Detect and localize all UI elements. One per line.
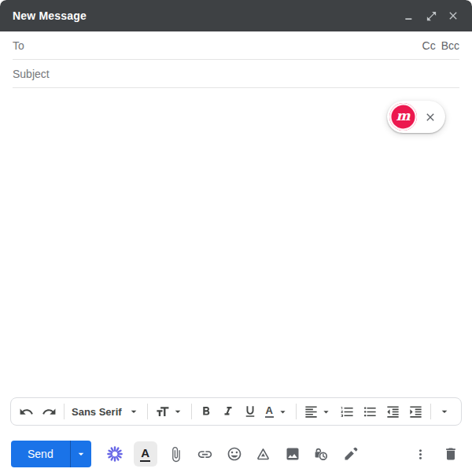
pen-icon bbox=[343, 446, 359, 462]
numbered-list-icon bbox=[340, 404, 355, 419]
toolbar-separator bbox=[147, 404, 148, 419]
minimize-icon bbox=[403, 9, 415, 22]
confidential-lock-clock-icon bbox=[313, 446, 330, 463]
text-size-icon bbox=[155, 404, 170, 419]
align-button[interactable] bbox=[300, 400, 336, 422]
link-icon bbox=[197, 446, 213, 463]
font-family-label: Sans Serif bbox=[72, 406, 122, 418]
align-left-icon bbox=[304, 404, 319, 419]
compose-window: New Message To Cc Bcc Subject m bbox=[0, 0, 472, 476]
close-icon bbox=[447, 9, 459, 22]
chevron-down-icon bbox=[127, 405, 140, 418]
ai-sparkle-button[interactable] bbox=[105, 444, 125, 464]
redo-icon bbox=[42, 404, 57, 419]
window-title: New Message bbox=[13, 9, 398, 22]
text-color-button[interactable]: A bbox=[261, 400, 293, 422]
message-body[interactable]: m bbox=[0, 88, 472, 397]
chevron-down-icon bbox=[320, 406, 332, 418]
drive-icon bbox=[255, 446, 271, 463]
chip-close-button[interactable] bbox=[424, 111, 437, 124]
chevron-down-icon bbox=[277, 406, 289, 418]
indent-icon bbox=[408, 404, 423, 419]
expand-button[interactable] bbox=[420, 5, 442, 27]
insert-photo-button[interactable] bbox=[282, 444, 303, 464]
formatting-options-toggle[interactable]: A bbox=[134, 441, 157, 467]
discard-draft-button[interactable] bbox=[441, 444, 461, 464]
italic-button[interactable] bbox=[217, 400, 239, 422]
extension-logo[interactable]: m bbox=[389, 103, 417, 131]
redo-button[interactable] bbox=[38, 400, 61, 422]
subject-label: Subject bbox=[13, 68, 50, 80]
bulleted-list-button[interactable] bbox=[359, 400, 382, 422]
toolbar-separator bbox=[430, 404, 431, 419]
undo-icon bbox=[19, 404, 34, 419]
attach-file-button[interactable] bbox=[166, 444, 186, 464]
bcc-button[interactable]: Bcc bbox=[441, 39, 459, 52]
close-icon bbox=[424, 111, 437, 124]
insert-link-button[interactable] bbox=[195, 444, 216, 464]
to-label: To bbox=[13, 39, 24, 52]
expand-icon bbox=[426, 10, 437, 22]
underline-icon bbox=[243, 404, 257, 419]
outdent-button[interactable] bbox=[382, 400, 404, 422]
toolbar-separator bbox=[64, 404, 65, 419]
formatting-options-icon: A bbox=[140, 447, 150, 462]
bottom-bar: Send bbox=[0, 426, 472, 476]
outdent-icon bbox=[385, 404, 400, 419]
chevron-down-icon bbox=[75, 448, 87, 460]
bottom-right-group bbox=[410, 444, 461, 464]
minimize-button[interactable] bbox=[398, 5, 420, 27]
titlebar[interactable]: New Message bbox=[0, 0, 472, 31]
emoji-icon bbox=[227, 446, 242, 462]
signature-pen-button[interactable] bbox=[341, 444, 361, 464]
text-color-icon: A bbox=[265, 405, 274, 418]
confidential-mode-button[interactable] bbox=[312, 444, 332, 464]
image-icon bbox=[285, 446, 301, 462]
bulleted-list-icon bbox=[363, 404, 378, 419]
to-field[interactable]: To Cc Bcc bbox=[0, 31, 472, 59]
undo-button[interactable] bbox=[15, 400, 38, 422]
insert-emoji-button[interactable] bbox=[224, 444, 245, 464]
insert-drive-button[interactable] bbox=[253, 444, 274, 464]
font-family-button[interactable]: Sans Serif bbox=[68, 400, 144, 422]
extension-chip[interactable]: m bbox=[387, 101, 445, 133]
text-size-button[interactable] bbox=[151, 400, 188, 422]
toolbar-separator bbox=[191, 404, 192, 419]
trash-icon bbox=[443, 446, 459, 462]
send-button[interactable]: Send bbox=[11, 441, 70, 467]
send-options-button[interactable] bbox=[70, 441, 91, 467]
ai-sparkle-icon bbox=[106, 445, 124, 463]
formatting-toolbar: Sans Serif A bbox=[10, 397, 462, 426]
paperclip-icon bbox=[168, 446, 184, 463]
m-logo-letter: m bbox=[396, 109, 411, 123]
more-vert-icon bbox=[413, 447, 428, 462]
toolbar-separator bbox=[296, 404, 297, 419]
italic-icon bbox=[221, 404, 235, 419]
bold-button[interactable] bbox=[195, 400, 217, 422]
send-split-button: Send bbox=[11, 441, 91, 467]
ccbcc-links: Cc Bcc bbox=[422, 39, 459, 52]
more-options-button[interactable] bbox=[410, 444, 430, 464]
bold-icon bbox=[199, 404, 213, 419]
chevron-down-icon bbox=[438, 405, 451, 418]
subject-field[interactable]: Subject bbox=[0, 60, 472, 87]
numbered-list-button[interactable] bbox=[336, 400, 359, 422]
underline-button[interactable] bbox=[239, 400, 261, 422]
cc-button[interactable]: Cc bbox=[422, 39, 436, 52]
chevron-down-icon bbox=[171, 405, 184, 418]
close-button[interactable] bbox=[442, 5, 464, 27]
more-formatting-button[interactable] bbox=[434, 400, 455, 422]
indent-button[interactable] bbox=[404, 400, 427, 422]
